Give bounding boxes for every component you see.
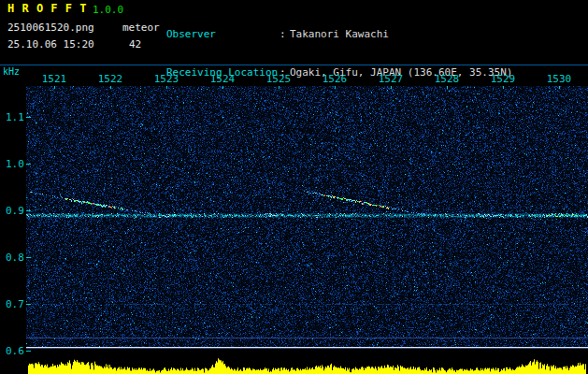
info-colon: : [280,28,290,41]
mode-label: meteor [122,22,160,34]
x-tick-label: 1522 [96,73,124,85]
x-axis: 1521152215231524152515261527152815291530 [0,73,588,85]
x-tick-label: 1523 [152,73,180,85]
y-tick-label: 1.1 [6,111,24,123]
x-tick-label: 1524 [208,73,237,85]
y-tick-label: 0.6 [6,345,24,357]
info-row-observer: Observer : Takanori Kawachi [166,28,512,41]
y-axis: 1.11.00.90.80.70.6 [0,0,26,374]
header-separator [0,65,588,65]
x-tick-label: 1529 [489,73,517,85]
x-tick-label: 1521 [40,73,68,85]
app-version: 1.0.0 [93,4,123,16]
y-tick-label: 0.9 [6,205,24,217]
x-tick-label: 1530 [545,73,573,85]
meteor-count: 42 [129,38,141,50]
x-tick-label: 1527 [377,73,405,85]
hrofft-screen: H R O F F T 1.0.0 2510061520.png meteor … [0,0,588,374]
y-tick-label: 1.0 [6,158,24,170]
y-tick-label: 0.8 [6,252,24,264]
x-tick-label: 1525 [265,73,293,85]
spectrogram-canvas [26,86,588,374]
x-tick-label: 1526 [321,73,349,85]
y-tick-label: 0.7 [6,298,24,310]
info-value: Takanori Kawachi [290,28,389,41]
info-label: Observer [166,28,280,41]
x-tick-label: 1528 [433,73,461,85]
